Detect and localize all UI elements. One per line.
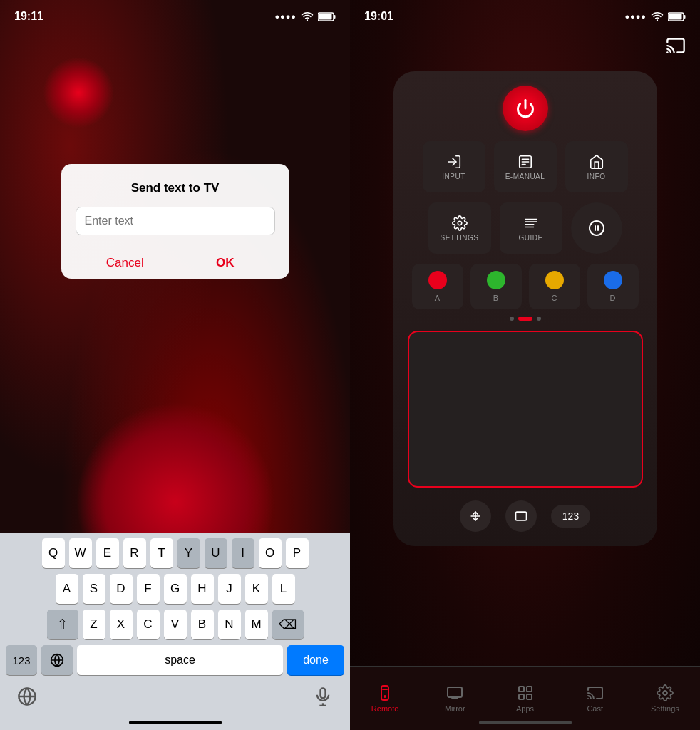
settings-label: SETTINGS (440, 234, 478, 242)
key-w[interactable]: W (69, 538, 92, 568)
key-z[interactable]: Z (83, 610, 105, 639)
keyboard-row-bottom: 123 space done (3, 645, 347, 675)
cast-tab-icon (587, 684, 604, 701)
key-globe[interactable] (41, 645, 73, 675)
dialog-overlay: Send text to TV Cancel OK (0, 0, 350, 442)
input-button[interactable]: INPUT (423, 141, 485, 192)
dialog-buttons: Cancel OK (76, 247, 275, 279)
key-space[interactable]: space (77, 645, 283, 675)
tab-label-mirror: Mirror (445, 704, 465, 713)
arrows-button[interactable] (460, 500, 491, 532)
key-a[interactable]: A (56, 574, 78, 604)
tab-settings[interactable]: Settings (630, 667, 700, 730)
page-dot-3 (537, 317, 541, 321)
page-indicator (510, 317, 541, 321)
color-button-row: A B C D (408, 264, 643, 309)
info-icon (589, 154, 604, 170)
key-backspace[interactable]: ⌫ (272, 610, 304, 639)
color-label-a: A (435, 294, 440, 302)
remote-container: INPUT E-MANUAL INFO (350, 29, 700, 730)
touchpad[interactable] (408, 331, 643, 488)
mic-icon[interactable] (313, 687, 333, 706)
home-indicator-left (129, 721, 222, 724)
page-dot-active (518, 317, 532, 321)
keyboard-row-1: Q W E R T Y U I O P (3, 538, 347, 568)
tab-remote[interactable]: Remote (350, 667, 420, 730)
input-label: INPUT (442, 173, 465, 180)
key-f[interactable]: F (137, 574, 160, 604)
aspect-button[interactable] (505, 500, 537, 532)
key-p[interactable]: P (286, 538, 309, 568)
power-button[interactable] (503, 86, 548, 131)
emanual-icon (518, 154, 533, 170)
guide-icon (523, 215, 539, 231)
info-button[interactable]: INFO (565, 141, 628, 192)
svg-point-40 (663, 691, 667, 695)
key-s[interactable]: S (83, 574, 105, 604)
num-label: 123 (562, 510, 579, 522)
key-v[interactable]: V (164, 610, 187, 639)
send-text-dialog: Send text to TV Cancel OK (61, 164, 289, 279)
ok-button[interactable]: OK (175, 247, 275, 279)
color-button-c[interactable]: C (529, 264, 580, 309)
guide-label: GUIDE (518, 234, 542, 242)
arrows-icon (468, 509, 483, 523)
num-button[interactable]: 123 (551, 505, 590, 528)
globe-icon (50, 653, 64, 667)
key-shift[interactable]: ⇧ (47, 610, 78, 639)
text-input[interactable] (76, 207, 275, 235)
color-dot-a (428, 271, 447, 289)
key-123[interactable]: 123 (6, 645, 37, 675)
battery-icon-right (668, 12, 686, 21)
status-icons-right: ●●●● (624, 11, 686, 21)
key-k[interactable]: K (245, 574, 268, 604)
key-c[interactable]: C (137, 610, 160, 639)
key-q[interactable]: Q (42, 538, 65, 568)
color-button-d[interactable]: D (587, 264, 639, 309)
input-icon (446, 154, 462, 170)
key-g[interactable]: G (164, 574, 187, 604)
color-button-a[interactable]: A (412, 264, 463, 309)
svg-rect-37 (519, 694, 524, 699)
color-dot-b (487, 271, 505, 289)
key-r[interactable]: R (123, 538, 146, 568)
key-l[interactable]: L (272, 574, 295, 604)
color-button-b[interactable]: B (470, 264, 522, 309)
signal-icon-right: ●●●● (624, 12, 647, 21)
svg-rect-36 (527, 687, 532, 692)
status-bar-right: 19:01 ●●●● (350, 0, 700, 29)
settings-button[interactable]: SETTINGS (428, 202, 491, 254)
svg-point-18 (458, 221, 462, 225)
key-d[interactable]: D (110, 574, 133, 604)
button-row-1: INPUT E-MANUAL INFO (408, 141, 643, 192)
key-e[interactable]: E (96, 538, 119, 568)
key-done[interactable]: done (287, 645, 344, 675)
tab-label-cast: Cast (587, 704, 603, 713)
key-m[interactable]: M (245, 610, 268, 639)
key-y[interactable]: Y (177, 538, 200, 568)
emanual-button[interactable]: E-MANUAL (494, 141, 557, 192)
keyboard-row-3: ⇧ Z X C V B N M ⌫ (3, 610, 347, 639)
globe-bottom-icon[interactable] (17, 687, 37, 706)
tab-label-settings: Settings (651, 704, 679, 713)
cast-icon-top[interactable] (666, 36, 686, 60)
key-j[interactable]: J (218, 574, 241, 604)
playpause-button[interactable] (571, 202, 622, 254)
key-t[interactable]: T (150, 538, 173, 568)
key-h[interactable]: H (191, 574, 214, 604)
power-icon (515, 98, 535, 118)
key-i[interactable]: I (232, 538, 254, 568)
key-o[interactable]: O (259, 538, 282, 568)
info-label: INFO (587, 173, 606, 180)
home-indicator-right (479, 721, 572, 724)
key-x[interactable]: X (110, 610, 133, 639)
key-n[interactable]: N (218, 610, 241, 639)
time-right: 19:01 (364, 10, 393, 23)
button-row-2: SETTINGS GUIDE (408, 202, 643, 254)
cancel-button[interactable]: Cancel (76, 247, 175, 279)
page-dot-1 (510, 317, 514, 321)
key-u[interactable]: U (205, 538, 227, 568)
key-b[interactable]: B (191, 610, 214, 639)
guide-button[interactable]: GUIDE (500, 202, 562, 254)
svg-point-30 (384, 696, 386, 697)
